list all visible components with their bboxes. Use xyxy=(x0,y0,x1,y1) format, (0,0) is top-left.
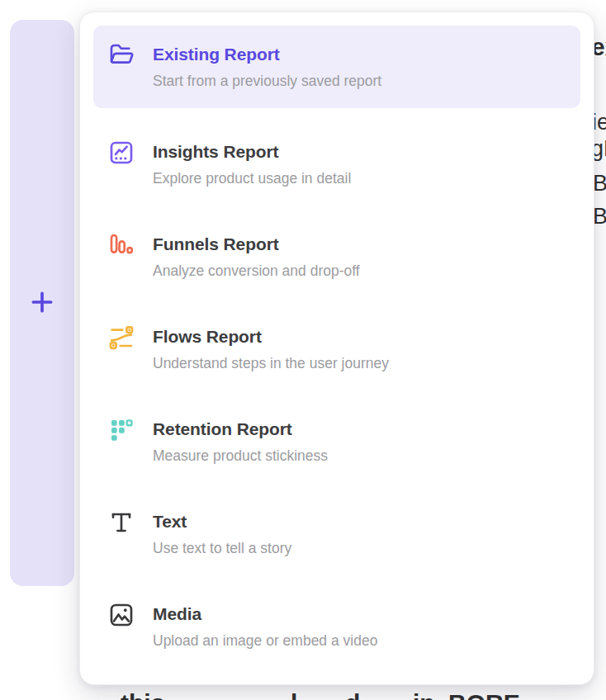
background-text-fragment: d xyxy=(345,689,360,700)
background-text-fragment: in xyxy=(413,689,435,700)
menu-item-funnels[interactable]: Funnels Report Analyze conversion and dr… xyxy=(93,210,580,303)
background-text-fragment: l xyxy=(291,689,297,700)
menu-item-subtitle: Use text to tell a story xyxy=(153,539,291,557)
menu-item-insights[interactable]: Insights Report Explore product usage in… xyxy=(93,118,580,210)
retention-grid-icon xyxy=(108,417,135,443)
menu-item-subtitle: Upload an image or embed a video xyxy=(153,631,377,650)
menu-item-existing[interactable]: Existing Report Start from a previously … xyxy=(93,26,580,108)
menu-item-title: Flows Report xyxy=(153,326,389,347)
menu-item-title: Text xyxy=(153,511,291,532)
background-text-fragment: B xyxy=(593,171,606,196)
menu-item-subtitle: Explore product usage in detail xyxy=(153,169,351,187)
background-text-fragment: B xyxy=(593,204,606,229)
flows-icon xyxy=(108,324,135,351)
media-image-icon xyxy=(108,602,135,628)
menu-item-title: Funnels Report xyxy=(153,234,360,254)
menu-item-subtitle: Analyze conversion and drop-off xyxy=(153,262,360,280)
menu-item-title: Retention Report xyxy=(153,419,328,439)
menu-item-title: Existing Report xyxy=(153,44,381,64)
menu-item-text[interactable]: Text Use text to tell a story xyxy=(93,488,580,580)
menu-item-title: Insights Report xyxy=(153,141,351,162)
menu-item-retention[interactable]: Retention Report Measure product stickin… xyxy=(93,395,580,488)
add-report-menu-list: Existing Report Start from a previously … xyxy=(93,26,580,673)
add-content-button[interactable] xyxy=(27,288,57,318)
board-canvas: exiegBBBthisldinBORE Existing Report Sta… xyxy=(0,0,606,700)
add-report-menu: Existing Report Start from a previously … xyxy=(79,12,594,685)
menu-item-title: Media xyxy=(153,603,377,624)
text-icon xyxy=(108,509,135,536)
background-text-fragment: BORE xyxy=(448,689,520,700)
plus-icon xyxy=(28,288,56,319)
add-content-rail xyxy=(10,20,74,586)
menu-item-media[interactable]: Media Upload an image or embed a video xyxy=(93,580,580,673)
menu-item-flows[interactable]: Flows Report Understand steps in the use… xyxy=(93,303,580,395)
menu-item-subtitle: Start from a previously saved report xyxy=(153,72,381,90)
menu-item-subtitle: Measure product stickiness xyxy=(153,447,328,465)
folder-open-icon xyxy=(108,42,135,69)
menu-item-subtitle: Understand steps in the user journey xyxy=(153,354,389,372)
insights-chart-icon xyxy=(108,140,135,166)
funnel-bars-icon xyxy=(108,232,135,258)
background-text-fragment: this xyxy=(121,689,164,700)
